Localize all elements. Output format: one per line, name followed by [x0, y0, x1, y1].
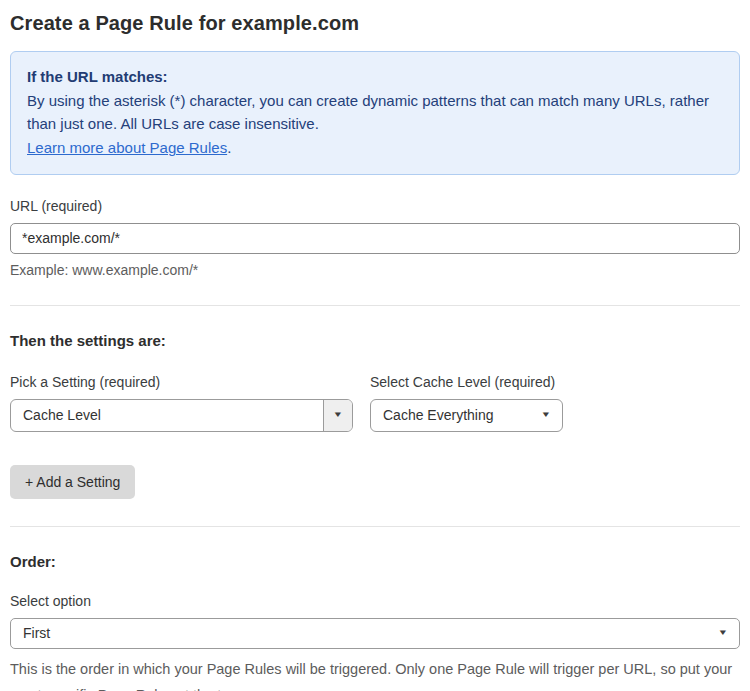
order-select[interactable]: First ▼	[10, 618, 740, 649]
url-example-helper: Example: www.example.com/*	[10, 262, 740, 278]
cache-level-arrow: ▼	[542, 411, 562, 419]
url-input[interactable]	[10, 223, 740, 254]
order-select-arrow: ▼	[719, 629, 739, 637]
cache-level-column: Select Cache Level (required) Cache Ever…	[370, 374, 563, 432]
cache-level-value: Cache Everything	[371, 407, 542, 423]
order-select-value: First	[11, 625, 719, 641]
info-box-body: By using the asterisk (*) character, you…	[27, 89, 723, 136]
setting-picker-label: Pick a Setting (required)	[10, 374, 353, 390]
info-box-heading: If the URL matches:	[27, 65, 723, 89]
create-page-rule-form: Create a Page Rule for example.com If th…	[0, 0, 750, 691]
learn-more-link[interactable]: Learn more about Page Rules	[27, 139, 227, 156]
settings-section-heading: Then the settings are:	[10, 332, 740, 349]
setting-picker-column: Pick a Setting (required) Cache Level ▼	[10, 374, 353, 432]
setting-picker-select[interactable]: Cache Level ▼	[10, 399, 353, 432]
order-helper-text: This is the order in which your Page Rul…	[10, 656, 740, 691]
url-field-label: URL (required)	[10, 198, 740, 214]
page-title: Create a Page Rule for example.com	[10, 12, 740, 35]
url-match-info-box: If the URL matches: By using the asteris…	[10, 51, 740, 175]
cache-level-label: Select Cache Level (required)	[370, 374, 563, 390]
settings-row: Pick a Setting (required) Cache Level ▼ …	[10, 374, 740, 432]
divider	[10, 305, 740, 306]
chevron-down-icon: ▼	[541, 411, 552, 419]
divider	[10, 526, 740, 527]
chevron-down-icon: ▼	[333, 411, 344, 419]
cache-level-select[interactable]: Cache Everything ▼	[370, 399, 563, 432]
order-section-heading: Order:	[10, 553, 740, 570]
order-select-label: Select option	[10, 593, 740, 609]
setting-picker-arrow-button[interactable]: ▼	[323, 400, 352, 431]
chevron-down-icon: ▼	[718, 629, 729, 637]
info-box-link-line: Learn more about Page Rules.	[27, 136, 723, 160]
add-setting-button[interactable]: + Add a Setting	[10, 465, 135, 499]
setting-picker-value: Cache Level	[11, 407, 323, 423]
link-suffix: .	[227, 139, 231, 156]
